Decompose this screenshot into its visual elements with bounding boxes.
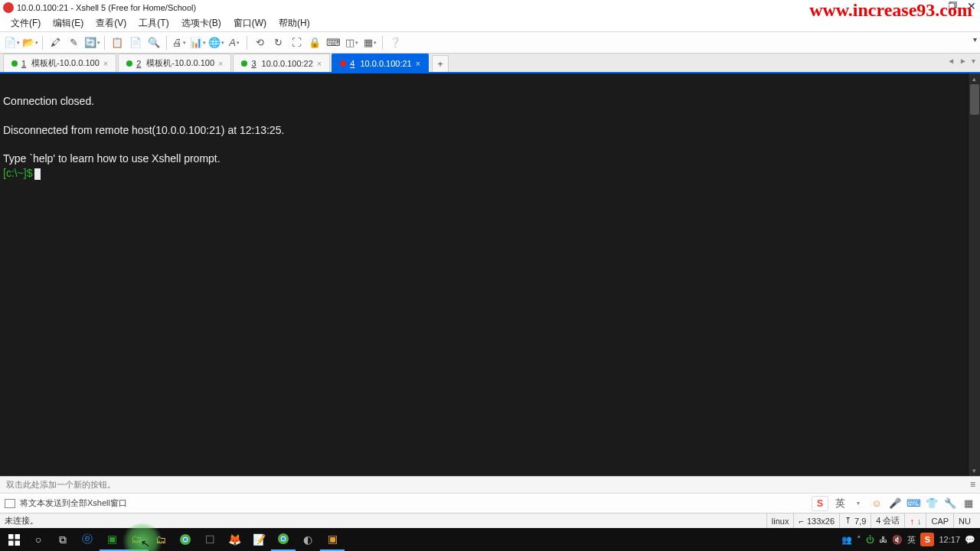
open-button[interactable]: 📂▾ (21, 34, 38, 51)
tab-session-3[interactable]: 3 10.0.0.100:22 × (233, 54, 330, 72)
paste-button[interactable]: 📄 (127, 34, 144, 51)
status-left: 未连接。 (5, 515, 766, 527)
menu-edit[interactable]: 编辑(E) (47, 15, 90, 31)
toolbar-separator (42, 36, 43, 50)
send-label: 将文本发送到全部Xshell窗口 (20, 497, 127, 509)
power-icon[interactable]: ⏻ (866, 535, 874, 544)
send-target-icon[interactable] (5, 499, 15, 508)
scroll-up-icon[interactable]: ▴ (972, 75, 976, 83)
up-arrow-icon: ↑ (910, 517, 914, 526)
ime-tool-icon[interactable]: 🔧 (943, 497, 957, 510)
tab-close-icon[interactable]: × (218, 59, 223, 68)
tab-session-2[interactable]: 2 模板机-10.0.0.100 × (118, 54, 231, 72)
tab-close-icon[interactable]: × (103, 59, 108, 68)
notepad-icon[interactable]: 📝 (247, 528, 271, 551)
tab-close-icon[interactable]: × (317, 59, 322, 68)
menu-tools[interactable]: 工具(T) (132, 15, 175, 31)
svg-point-8 (184, 538, 187, 541)
font-button[interactable]: A▾ (226, 34, 243, 51)
clock[interactable]: 12:17 (939, 535, 960, 544)
copy-button[interactable]: 📋 (109, 34, 126, 51)
edge-icon[interactable]: ⓔ (75, 528, 100, 551)
close-button[interactable]: ✕ (965, 0, 978, 12)
tile-button[interactable]: ◫▾ (343, 34, 360, 51)
explorer-icon[interactable]: 🗂 (149, 528, 173, 551)
terminal[interactable]: Connection closed. Disconnected from rem… (0, 73, 968, 476)
globe-button[interactable]: 🌐▾ (207, 34, 224, 51)
search-button[interactable]: 🔍 (145, 34, 162, 51)
app-icon-3[interactable]: ☐ (198, 528, 222, 551)
menu-window[interactable]: 窗口(W) (227, 15, 273, 31)
tab-next-button[interactable]: ► (959, 57, 967, 65)
menu-view[interactable]: 查看(V) (90, 15, 132, 31)
tab-session-4[interactable]: 4 10.0.0.100:21 × (332, 54, 429, 72)
compose-menu-icon[interactable]: ≡ (970, 479, 975, 490)
ime-dropdown-icon[interactable]: ▾ (851, 497, 865, 510)
tray-chevron-icon[interactable]: ˄ (857, 535, 861, 545)
help-button[interactable]: ❔ (387, 34, 403, 51)
new-tab-button[interactable]: + (432, 55, 449, 72)
status-size: ⌐133x26 (793, 514, 839, 528)
ime-lang[interactable]: 英 (833, 497, 847, 510)
tab-label: 10.0.0.100:22 (262, 59, 313, 68)
taskview-button[interactable]: ⧉ (51, 528, 75, 551)
terminal-line (3, 109, 965, 123)
xshell-taskbar-icon[interactable]: ▣ (320, 528, 345, 551)
tab-session-1[interactable]: 1 模板机-10.0.0.100 × (3, 54, 116, 72)
app-icon-4[interactable]: ◐ (296, 528, 320, 551)
volume-icon[interactable]: 🔇 (892, 535, 903, 545)
fullscreen-button[interactable]: ⛶ (288, 34, 305, 51)
svg-rect-1 (949, 3, 955, 9)
toolbar: 📄▾ 📂▾ 🖍 ✎ 🔄▾ 📋 📄 🔍 🖨▾ 📊▾ 🌐▾ A▾ ⟲ ↻ ⛶ 🔒 ⌨… (0, 32, 980, 54)
system-tray: 👥 ˄ ⏻ 🖧 🔇 英 S 12:17 💬 (837, 528, 980, 551)
chrome2-icon[interactable] (271, 528, 296, 551)
toolbar-overflow[interactable]: ▾ (973, 35, 977, 44)
pencil-icon[interactable]: ✎ (65, 34, 82, 51)
sogou-tray-icon[interactable]: S (920, 533, 934, 546)
cascade-button[interactable]: ▦▾ (361, 34, 378, 51)
compose-bar[interactable]: 双击此处添加一个新的按钮。 ≡ (0, 476, 980, 493)
properties-button[interactable]: 📊▾ (189, 34, 206, 51)
action-center-icon[interactable]: 💬 (965, 535, 975, 545)
tab-close-icon[interactable]: × (416, 59, 420, 68)
svg-point-11 (282, 537, 285, 540)
ime-keyboard-icon[interactable]: ⌨ (906, 497, 920, 510)
highlighter-icon[interactable]: 🖍 (47, 34, 64, 51)
ime-mic-icon[interactable]: 🎤 (888, 497, 902, 510)
ime-grid-icon[interactable]: ▦ (962, 497, 975, 510)
toolbar-separator (104, 36, 105, 50)
firefox-icon[interactable]: 🦊 (222, 528, 247, 551)
lock-button[interactable]: 🔒 (306, 34, 323, 51)
scroll-down-icon[interactable]: ▾ (972, 467, 976, 474)
ime-skin-icon[interactable]: 👕 (925, 497, 939, 510)
tab-list-button[interactable]: ▾ (972, 57, 975, 65)
ime-emoji-icon[interactable]: ☺ (870, 497, 884, 510)
status-dot-icon (126, 60, 132, 67)
cortana-button[interactable]: ○ (26, 528, 51, 551)
sogou-icon[interactable]: S (812, 496, 828, 511)
keyboard-button[interactable]: ⌨ (325, 34, 341, 51)
tab-number: 2 (136, 59, 141, 68)
restore-button[interactable] (946, 0, 960, 12)
people-icon[interactable]: 👥 (841, 535, 852, 545)
reconnect-button[interactable]: 🔄▾ (83, 34, 100, 51)
chrome-icon[interactable] (173, 528, 198, 551)
start-button[interactable] (2, 528, 26, 551)
ftp-button[interactable]: ⟲ (251, 34, 268, 51)
scroll-thumb[interactable] (970, 84, 979, 115)
print-button[interactable]: 🖨▾ (171, 34, 188, 51)
network-icon[interactable]: 🖧 (879, 535, 887, 544)
transfer-button[interactable]: ↻ (270, 34, 286, 51)
ime-lang-tray[interactable]: 英 (907, 534, 916, 546)
tab-prev-button[interactable]: ◄ (947, 57, 955, 65)
app-icon-1[interactable]: ▣ (100, 528, 124, 551)
menu-tabs[interactable]: 选项卡(B) (175, 15, 227, 31)
svg-rect-5 (15, 540, 20, 546)
menu-help[interactable]: 帮助(H) (273, 15, 316, 31)
app-icon-2[interactable]: 🗂 (124, 528, 149, 551)
status-sessions: 4 会话 (871, 514, 904, 528)
vertical-scrollbar[interactable]: ▴ ▾ (968, 73, 980, 476)
new-session-button[interactable]: 📄▾ (3, 34, 20, 51)
svg-rect-2 (8, 534, 14, 540)
menu-file[interactable]: 文件(F) (5, 15, 47, 31)
